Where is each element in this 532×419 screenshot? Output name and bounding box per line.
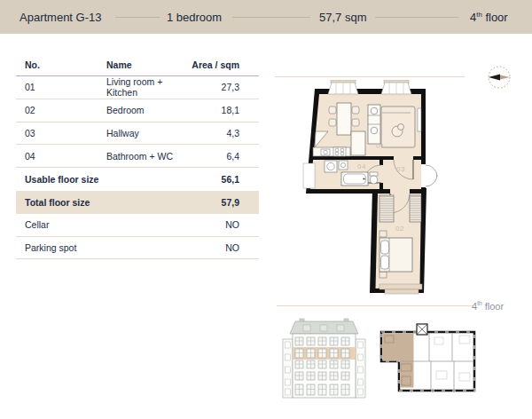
- plan-top-rule: [275, 76, 465, 77]
- nightstand: [379, 272, 387, 278]
- total-floor-size-row: Total floor size 57,9: [16, 191, 259, 214]
- cellar-row: Cellar NO: [16, 214, 259, 237]
- total-area: 57,7 sqm: [319, 11, 366, 24]
- compass-icon: [486, 64, 512, 91]
- kitchen-unit: [351, 131, 365, 155]
- building-elevation: [282, 318, 366, 402]
- dining-table: [337, 103, 351, 135]
- wardrobe: [379, 195, 394, 222]
- table-row: 03 Hallway 4,3: [16, 123, 259, 146]
- header-divider: [232, 17, 310, 18]
- floor-number: 4th floor: [470, 11, 508, 24]
- apartment-title: Apartment G-13: [20, 11, 102, 24]
- floor-overview-plan: [374, 318, 481, 399]
- col-name: Name: [106, 59, 184, 70]
- floor-plan: 01 04 03 02: [301, 80, 443, 302]
- table-row: 02 Bedroom 18,1: [16, 99, 259, 123]
- overview-floor-label: 4th floor: [472, 300, 504, 312]
- washing-machine: [339, 161, 348, 170]
- col-no: No.: [25, 59, 106, 70]
- table-row: 01 Living room + Kitchen 27,3: [16, 76, 259, 99]
- washbasin: [325, 161, 337, 172]
- room-label-hallway: 03: [396, 165, 405, 173]
- usable-floor-size-row: Usable floor size 56,1: [16, 168, 259, 191]
- room-table: No. Name Area / sqm 01 Living room + Kit…: [16, 53, 259, 259]
- wardrobe: [410, 195, 421, 222]
- header-bar: Apartment G-13 1 bedroom 57,7 sqm 4th fl…: [0, 0, 532, 34]
- apartment-datasheet: Apartment G-13 1 bedroom 57,7 sqm 4th fl…: [0, 0, 532, 419]
- nightstand: [379, 231, 387, 237]
- overview-rule: [277, 305, 473, 306]
- tv-bench: [418, 108, 421, 131]
- room-label-living: 01: [376, 142, 385, 150]
- room-label-bathroom: 04: [357, 162, 366, 170]
- room-label-bedroom: 02: [395, 225, 404, 233]
- table-header-row: No. Name Area / sqm: [16, 53, 259, 76]
- pillow: [381, 256, 389, 269]
- toilet: [370, 172, 378, 176]
- header-divider: [375, 17, 458, 18]
- bedroom-count: 1 bedroom: [167, 11, 222, 24]
- col-area: Area / sqm: [184, 59, 239, 70]
- pillow: [381, 241, 389, 254]
- table-row: 04 Bathroom + WC 6,4: [16, 145, 259, 168]
- header-divider: [115, 17, 160, 18]
- parking-row: Parking spot NO: [16, 237, 259, 260]
